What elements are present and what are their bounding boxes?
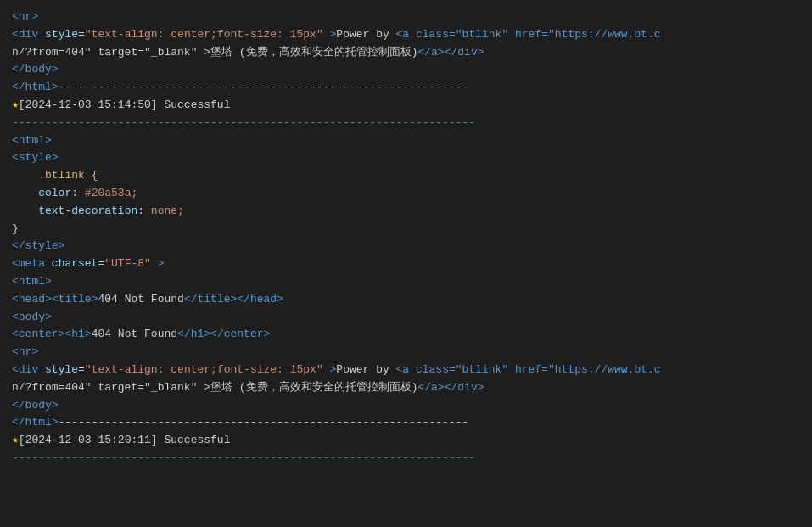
code-line: <hr> [12,344,800,362]
code-line: ★[2024-12-03 15:14:50] Successful [12,97,800,115]
code-line: <div style="text-align: center;font-size… [12,362,800,379]
code-line: <head><title>404 Not Found</title></head… [12,291,800,309]
code-line: color: #20a53a; [12,185,800,203]
code-line: <html> [12,273,800,291]
code-line: </body> [12,397,800,415]
code-output: <hr><div style="text-align: center;font-… [0,0,812,476]
code-line: } [12,221,800,238]
code-line: <hr> [12,8,800,26]
code-line: </body> [12,61,800,79]
code-line: <meta charset="UTF-8" > [12,255,800,273]
code-line: n/?from=404" target="_blank" >堡塔 (免费，高效和… [12,44,800,62]
code-line: ----------------------------------------… [12,115,800,132]
code-line: ★[2024-12-03 15:20:11] Successful [12,432,800,450]
code-line: </html>---------------------------------… [12,414,800,432]
code-line: text-decoration: none; [12,203,800,221]
code-line: .btlink { [12,167,800,185]
code-line: <div style="text-align: center;font-size… [12,26,800,44]
code-line: <html> [12,132,800,150]
code-line: n/?from=404" target="_blank" >堡塔 (免费，高效和… [12,379,800,397]
code-line: <body> [12,309,800,327]
code-line: <center><h1>404 Not Found</h1></center> [12,326,800,344]
code-line: ----------------------------------------… [12,450,800,468]
code-line: <style> [12,149,800,167]
code-line: </html>---------------------------------… [12,79,800,97]
code-line: </style> [12,238,800,255]
